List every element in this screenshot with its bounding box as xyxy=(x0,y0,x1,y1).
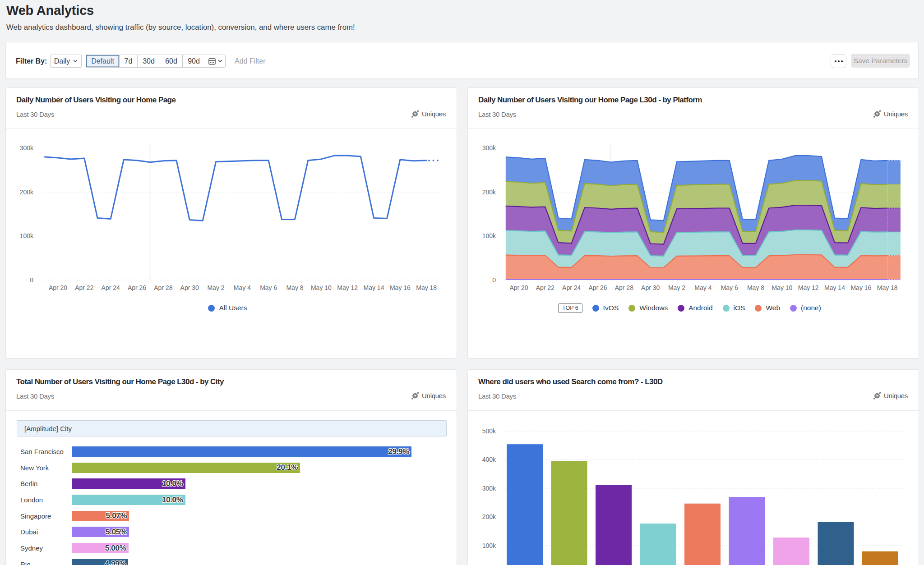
svg-text:Apr 24: Apr 24 xyxy=(102,284,120,291)
svg-text:200k: 200k xyxy=(482,188,496,196)
svg-text:300k: 300k xyxy=(482,144,496,152)
svg-text:May 16: May 16 xyxy=(390,284,411,291)
svg-text:May 14: May 14 xyxy=(364,284,384,291)
svg-text:May 2: May 2 xyxy=(668,284,685,291)
svg-text:Apr 30: Apr 30 xyxy=(641,284,660,291)
svg-text:Apr 20: Apr 20 xyxy=(49,284,67,291)
svg-text:0: 0 xyxy=(492,276,496,284)
svg-text:May 2: May 2 xyxy=(207,284,224,291)
svg-text:May 8: May 8 xyxy=(286,284,303,291)
svg-text:100k: 100k xyxy=(482,232,496,239)
svg-text:May 6: May 6 xyxy=(721,284,738,291)
svg-text:May 14: May 14 xyxy=(824,284,845,291)
svg-text:Apr 22: Apr 22 xyxy=(75,284,93,291)
svg-text:Apr 26: Apr 26 xyxy=(588,284,607,291)
svg-text:400k: 400k xyxy=(482,456,496,463)
svg-text:0: 0 xyxy=(30,276,33,284)
svg-text:200k: 200k xyxy=(482,513,496,520)
svg-text:500k: 500k xyxy=(482,427,496,435)
svg-text:Apr 20: Apr 20 xyxy=(509,284,528,291)
svg-text:May 16: May 16 xyxy=(850,284,871,291)
svg-text:May 12: May 12 xyxy=(337,284,358,291)
svg-text:Apr 24: Apr 24 xyxy=(562,284,581,291)
svg-text:300k: 300k xyxy=(482,485,496,492)
svg-text:100k: 100k xyxy=(482,542,496,549)
svg-text:200k: 200k xyxy=(20,188,34,196)
svg-text:Apr 28: Apr 28 xyxy=(154,284,172,291)
svg-text:May 8: May 8 xyxy=(747,284,764,291)
svg-text:Apr 28: Apr 28 xyxy=(615,284,633,291)
svg-text:Apr 30: Apr 30 xyxy=(180,284,199,291)
svg-text:May 10: May 10 xyxy=(772,284,792,291)
svg-text:Apr 22: Apr 22 xyxy=(536,284,554,291)
svg-text:May 6: May 6 xyxy=(260,284,277,291)
svg-text:Apr 26: Apr 26 xyxy=(128,284,146,291)
svg-text:100k: 100k xyxy=(20,232,34,239)
svg-text:May 12: May 12 xyxy=(798,284,819,291)
svg-text:300k: 300k xyxy=(20,144,34,152)
svg-text:May 4: May 4 xyxy=(234,284,251,291)
svg-text:May 18: May 18 xyxy=(416,284,437,291)
svg-text:May 18: May 18 xyxy=(877,284,898,291)
svg-text:May 10: May 10 xyxy=(311,284,332,291)
svg-text:May 4: May 4 xyxy=(694,284,711,291)
